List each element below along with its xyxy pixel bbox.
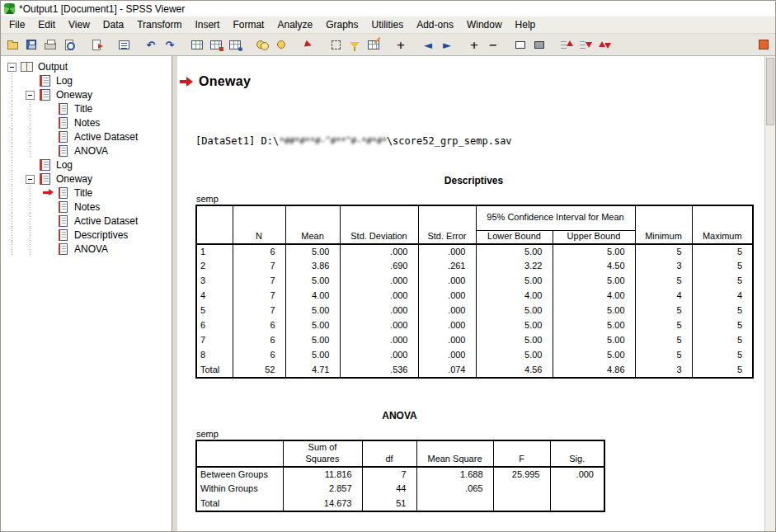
dataset-path-prefix: [DataSet1] D:\ bbox=[195, 135, 279, 147]
open-file-button[interactable] bbox=[3, 35, 21, 54]
descriptives-block: Descriptives semp NMeanStd. DeviationStd… bbox=[195, 175, 752, 379]
collapse-outline-icon: − bbox=[489, 40, 498, 50]
menu-analyze[interactable]: Analyze bbox=[270, 17, 319, 32]
cell: .065 bbox=[416, 482, 493, 497]
hide-item-button[interactable] bbox=[530, 35, 548, 54]
save-button[interactable] bbox=[22, 35, 40, 54]
select-last-output-button[interactable] bbox=[299, 35, 317, 54]
cell: .536 bbox=[340, 363, 418, 378]
redo-button[interactable]: ↷ bbox=[161, 35, 179, 54]
menu-view[interactable]: View bbox=[62, 17, 96, 32]
outline-item-notes[interactable]: Notes bbox=[1, 200, 172, 214]
menu-transform[interactable]: Transform bbox=[130, 17, 188, 32]
cell: .000 bbox=[340, 274, 418, 289]
outline-item-label: ANOVA bbox=[73, 145, 110, 157]
move-objects-button[interactable]: + bbox=[392, 35, 410, 54]
anova-table[interactable]: Sum of SquaresdfMean SquareFSig.Between … bbox=[195, 440, 605, 512]
tree-indent bbox=[2, 144, 21, 158]
menu-edit[interactable]: Edit bbox=[31, 17, 62, 32]
undo-icon: ↶ bbox=[147, 40, 156, 50]
recall-dialogs-icon bbox=[119, 40, 129, 49]
filter-objects-button[interactable] bbox=[346, 35, 364, 54]
goto-data-icon bbox=[191, 40, 203, 49]
cell: 5 bbox=[692, 244, 753, 259]
show-all-variables-button[interactable] bbox=[272, 35, 290, 54]
outline-item-label: Active Dataset bbox=[73, 131, 139, 143]
outline-item-anova[interactable]: ANOVA bbox=[1, 144, 172, 158]
menu-help[interactable]: Help bbox=[509, 17, 543, 32]
collapse-expander[interactable] bbox=[2, 59, 21, 73]
page-icon bbox=[57, 229, 69, 241]
outline-item-title[interactable]: Title bbox=[1, 101, 172, 115]
menu-utilities[interactable]: Utilities bbox=[365, 17, 411, 32]
print-preview-button[interactable] bbox=[60, 35, 78, 54]
expand-outline-button[interactable]: + bbox=[465, 35, 483, 54]
cell: 6 bbox=[233, 318, 285, 333]
cell: Within Groups bbox=[196, 482, 283, 497]
menu-insert[interactable]: Insert bbox=[188, 17, 226, 32]
tree-indent bbox=[2, 228, 21, 242]
export-output-button[interactable] bbox=[87, 35, 106, 54]
variables-button[interactable] bbox=[226, 35, 244, 54]
print-icon bbox=[45, 43, 56, 49]
outline-item-notes[interactable]: Notes bbox=[1, 115, 172, 129]
col-header-row-label bbox=[196, 205, 233, 244]
designate-window-button[interactable] bbox=[755, 35, 773, 54]
cell: 5.00 bbox=[285, 318, 340, 333]
outline-item-log[interactable]: Log bbox=[1, 73, 172, 87]
collapse-expander[interactable] bbox=[21, 172, 39, 186]
tree-indent bbox=[39, 200, 57, 214]
outline-item-title[interactable]: Title bbox=[1, 186, 172, 200]
col-header-n: N bbox=[233, 205, 285, 244]
menu-file[interactable]: File bbox=[2, 17, 31, 32]
goto-data-button[interactable] bbox=[188, 35, 206, 54]
promote-item-button[interactable] bbox=[557, 35, 576, 54]
outline-item-oneway[interactable]: Oneway bbox=[1, 87, 172, 101]
spss-app-icon bbox=[4, 3, 15, 14]
collapse-expander[interactable] bbox=[21, 87, 39, 101]
desc-row-1: 165.00.000.0005.005.0055 bbox=[196, 244, 753, 259]
edit-outline-button[interactable] bbox=[364, 35, 383, 54]
cell: 44 bbox=[362, 482, 416, 497]
outline-item-active-dataset[interactable]: Active Dataset bbox=[1, 214, 172, 228]
tree-indent bbox=[2, 214, 21, 228]
cell: 5.00 bbox=[285, 244, 340, 259]
outline-item-anova[interactable]: ANOVA bbox=[1, 242, 172, 256]
collapse-outline-button[interactable]: − bbox=[484, 35, 502, 54]
outline-item-oneway[interactable]: Oneway bbox=[1, 172, 172, 186]
col-header-upper-bound: Upper Bound bbox=[553, 230, 635, 244]
print-button[interactable] bbox=[41, 35, 59, 54]
current-item-arrow-icon bbox=[180, 77, 193, 87]
select-objects-button[interactable] bbox=[327, 35, 345, 54]
cell: 7 bbox=[233, 289, 285, 304]
previous-item-button[interactable]: ◄ bbox=[419, 35, 437, 54]
filter-objects-icon bbox=[350, 42, 360, 48]
cell: 6 bbox=[233, 348, 285, 363]
show-item-button[interactable] bbox=[511, 35, 529, 54]
undo-button[interactable]: ↶ bbox=[142, 35, 160, 54]
cell: 7 bbox=[196, 333, 233, 348]
col-header-sig: Sig. bbox=[550, 440, 604, 467]
menu-format[interactable]: Format bbox=[226, 17, 270, 32]
menu-add-ons[interactable]: Add-ons bbox=[410, 17, 460, 32]
outline-item-descriptives[interactable]: Descriptives bbox=[1, 228, 172, 242]
outline-pane: OutputLogOnewayTitleNotesActive DatasetA… bbox=[1, 56, 172, 531]
cell: 14.673 bbox=[283, 497, 362, 511]
recall-dialogs-button[interactable] bbox=[115, 35, 133, 54]
outline-item-active-dataset[interactable]: Active Dataset bbox=[1, 129, 172, 144]
outline-item-log[interactable]: Log bbox=[1, 158, 172, 172]
use-variable-sets-button[interactable] bbox=[253, 35, 271, 54]
cell: .000 bbox=[340, 244, 418, 259]
next-item-button[interactable]: ► bbox=[438, 35, 456, 54]
change-outline-level-button[interactable] bbox=[595, 35, 614, 54]
outline-item-output[interactable]: Output bbox=[1, 59, 172, 73]
menu-data[interactable]: Data bbox=[96, 17, 130, 32]
goto-case-button[interactable] bbox=[207, 35, 225, 54]
tree-indent bbox=[39, 115, 57, 129]
menu-graphs[interactable]: Graphs bbox=[319, 17, 364, 32]
descriptives-table[interactable]: NMeanStd. DeviationStd. Error95% Confide… bbox=[195, 205, 754, 379]
menu-window[interactable]: Window bbox=[460, 17, 509, 32]
demote-item-button[interactable] bbox=[576, 35, 595, 54]
cell: 5.00 bbox=[553, 244, 635, 259]
vertical-scrollbar[interactable] bbox=[764, 56, 775, 531]
